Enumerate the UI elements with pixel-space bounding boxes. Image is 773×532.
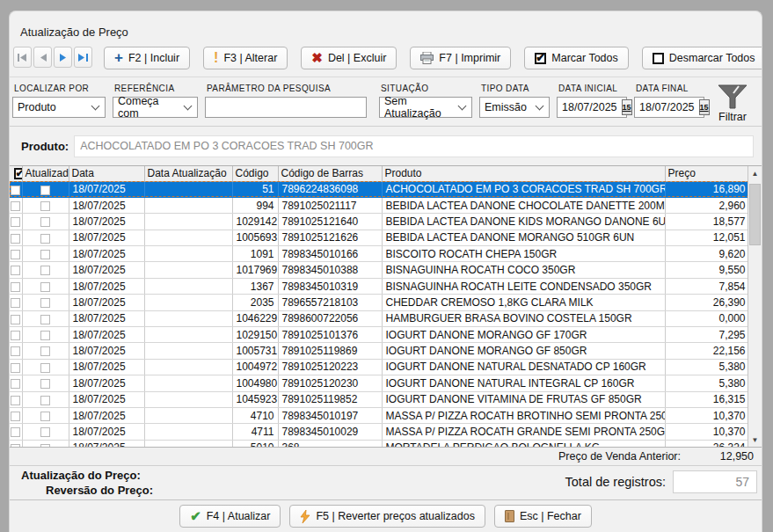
calendar-icon[interactable]: 15 [622, 99, 632, 115]
data-final-label: DATA FINAL [636, 84, 704, 93]
row-select-checkbox[interactable] [11, 201, 20, 211]
row-select-checkbox[interactable] [11, 315, 20, 324]
data-final-field[interactable]: 18/07/2025 15 [634, 97, 704, 118]
row-atualizado-checkbox[interactable] [40, 298, 50, 308]
referencia-label: REFERÊNCIA [114, 84, 198, 93]
row-select-checkbox[interactable] [11, 396, 20, 405]
cell-preco: 18,577 [665, 214, 749, 230]
row-atualizado-checkbox[interactable] [40, 234, 50, 244]
cell-codigo: 1029142 [232, 214, 278, 230]
table-row[interactable]: 18/07/2025 1367 7898345010319 BISNAGUINH… [10, 278, 749, 294]
reverter-button[interactable]: F5 | Reverter preços atualizados [289, 505, 485, 528]
col-preco[interactable]: Preço [665, 166, 749, 181]
table-row[interactable]: 18/07/2025 1005693 7891025121626 BEBIDA … [10, 230, 749, 245]
referencia-select[interactable]: Começa com [113, 97, 198, 118]
excluir-button[interactable]: ✖ Del | Excluir [301, 47, 397, 69]
cell-produto: MORTADELA PERDIGAO BOLOGNELLA KG [382, 440, 665, 447]
table-row[interactable]: 18/07/2025 1091 7898345010166 BISCOITO R… [10, 246, 749, 262]
first-record-button[interactable] [13, 47, 32, 68]
row-atualizado-checkbox[interactable] [40, 282, 50, 292]
row-select-checkbox[interactable] [11, 266, 20, 275]
table-row[interactable]: 18/07/2025 2035 7896557218103 CHEDDAR CR… [10, 295, 749, 310]
cell-produto: IOGURT DANONE MORANGO GF 850GR [382, 343, 665, 359]
scrollbar-thumb[interactable] [749, 184, 761, 245]
previous-record-button[interactable] [33, 47, 52, 68]
parametro-input[interactable] [205, 97, 367, 118]
row-select-checkbox[interactable] [11, 331, 20, 340]
select-all-checkbox[interactable]: ✔ [14, 168, 22, 179]
col-data-atualizacao[interactable]: Data Atualização [144, 166, 232, 181]
cell-barras: 7898345010029 [278, 424, 382, 440]
table-row[interactable]: 18/07/2025 1045923 7891025119852 IOGURT … [10, 391, 749, 407]
situacao-select[interactable]: Sem Atualização [379, 97, 472, 118]
table-row[interactable]: 18/07/2025 1029142 7891025121640 BEBIDA … [10, 214, 749, 230]
desmarcar-todos-button[interactable]: Desmarcar Todos [642, 47, 762, 69]
row-select-checkbox[interactable] [11, 427, 20, 437]
data-inicial-label: DATA INICIAL [558, 84, 627, 93]
next-record-button[interactable] [54, 47, 72, 68]
table-row[interactable]: 18/07/2025 1017969 7898345010388 BISNAGU… [10, 262, 749, 278]
cell-preco: 5,380 [665, 375, 749, 391]
row-atualizado-checkbox[interactable] [40, 186, 50, 195]
row-atualizado-checkbox[interactable] [40, 363, 50, 373]
row-select-checkbox[interactable] [11, 250, 20, 259]
row-atualizado-checkbox[interactable] [40, 346, 50, 356]
lightning-icon [300, 510, 310, 523]
table-row[interactable]: 18/07/2025 1004972 7891025120223 IOGURT … [10, 359, 749, 375]
row-atualizado-checkbox[interactable] [40, 379, 50, 389]
row-atualizado-checkbox[interactable] [40, 250, 50, 259]
atualizar-button[interactable]: ✔ F4 | Atualizar [179, 505, 281, 528]
table-row[interactable]: 18/07/2025 994 7891025021117 BEBIDA LACT… [10, 197, 749, 213]
row-atualizado-checkbox[interactable] [40, 217, 50, 227]
alterar-button[interactable]: ! F3 | Alterar [203, 47, 288, 69]
col-produto[interactable]: Produto [382, 166, 665, 181]
row-atualizado-checkbox[interactable] [40, 396, 50, 405]
marcar-todos-button[interactable]: ✔ Marcar Todos [524, 47, 629, 69]
row-atualizado-checkbox[interactable] [40, 331, 50, 340]
vertical-scrollbar[interactable]: ▲ ▼ [747, 166, 762, 447]
row-atualizado-checkbox[interactable] [40, 266, 50, 275]
cell-preco: 10,370 [665, 424, 749, 440]
col-codigo[interactable]: Código [232, 166, 278, 181]
table-row[interactable]: 18/07/2025 4710 7898345010197 MASSA P/ P… [10, 407, 749, 423]
row-select-checkbox[interactable] [11, 444, 20, 447]
row-atualizado-checkbox[interactable] [40, 315, 50, 324]
imprimir-button[interactable]: F7 | Imprimir [410, 47, 511, 69]
previous-record-icon [40, 54, 47, 62]
cell-codigo: 4711 [232, 424, 278, 440]
row-select-checkbox[interactable] [11, 217, 20, 227]
row-select-checkbox[interactable] [11, 346, 20, 356]
incluir-button[interactable]: + F2 | Incluir [104, 47, 190, 69]
filtrar-button[interactable]: Filtrar [716, 84, 756, 123]
row-atualizado-checkbox[interactable] [40, 201, 50, 211]
row-select-checkbox[interactable] [11, 186, 20, 195]
data-inicial-field[interactable]: 18/07/2025 15 [557, 97, 627, 118]
imprimir-label: F7 | Imprimir [439, 52, 500, 64]
row-select-checkbox[interactable] [11, 379, 20, 389]
row-atualizado-checkbox[interactable] [40, 444, 50, 447]
tipo-data-select[interactable]: Emissão [479, 97, 550, 118]
table-row[interactable]: 18/07/2025 1029150 7891025101376 IOGURT … [10, 327, 749, 343]
table-row[interactable]: 18/07/2025 5010 368 MORTADELA PERDIGAO B… [10, 440, 749, 447]
table-row[interactable]: 18/07/2025 1005731 7891025119869 IOGURT … [10, 343, 749, 359]
table-row[interactable]: 18/07/2025 51 7896224836098 ACHOCOLATADO… [10, 181, 749, 197]
col-barras[interactable]: Código de Barras [278, 166, 382, 181]
row-select-checkbox[interactable] [11, 282, 20, 292]
scroll-up-arrow-icon[interactable]: ▲ [748, 166, 762, 181]
row-atualizado-checkbox[interactable] [40, 427, 50, 437]
table-row[interactable]: 18/07/2025 4711 7898345010029 MASSA P/ P… [10, 424, 749, 440]
col-data[interactable]: Data [69, 166, 144, 181]
row-select-checkbox[interactable] [11, 363, 20, 373]
fechar-button[interactable]: Esc | Fechar [494, 505, 592, 528]
row-select-checkbox[interactable] [11, 234, 20, 244]
localizar-por-select[interactable]: Produto [12, 97, 106, 118]
last-record-button[interactable] [74, 47, 92, 68]
calendar-icon[interactable]: 15 [699, 99, 710, 115]
row-select-checkbox[interactable] [11, 298, 20, 308]
col-atualizado[interactable]: Atualizado [22, 166, 69, 181]
row-atualizado-checkbox[interactable] [40, 412, 50, 421]
scroll-down-arrow-icon[interactable]: ▼ [748, 433, 762, 447]
table-row[interactable]: 18/07/2025 1004980 7891025120230 IOGURT … [10, 375, 749, 391]
row-select-checkbox[interactable] [11, 412, 20, 421]
table-row[interactable]: 18/07/2025 1046229 7898600722056 HAMBURG… [10, 310, 749, 326]
